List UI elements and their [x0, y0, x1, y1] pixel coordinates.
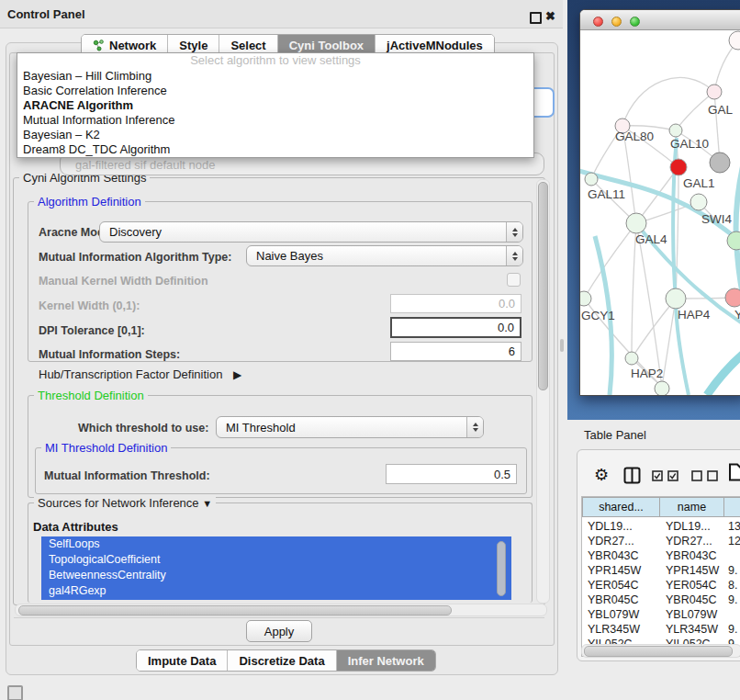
dpi-tolerance-field[interactable]: 0.0: [390, 317, 521, 338]
tab-discretize-data-label: Discretize Data: [239, 654, 324, 668]
network-view-window[interactable]: GAL GAL80 GAL10 GAL1 GAL11 SWI4 GAL4 GCY…: [579, 9, 740, 396]
node-red-selected[interactable]: [670, 159, 687, 175]
aracne-mode-combobox[interactable]: Discovery: [99, 221, 523, 243]
list-item[interactable]: SelfLoops: [41, 536, 511, 552]
node-gal4[interactable]: [626, 213, 646, 233]
tab-impute-data-label: Impute Data: [148, 654, 216, 668]
cell-name: YDL19...: [666, 519, 711, 534]
node[interactable]: [729, 31, 740, 50]
manual-kernel-checkbox[interactable]: [507, 273, 521, 287]
tab-network-label: Network: [109, 39, 156, 52]
node[interactable]: [655, 381, 669, 395]
table-row[interactable]: YBR045C YBR045C 9.: [582, 593, 740, 607]
mi-algorithm-type-label: Mutual Information Algorithm Type:: [39, 251, 231, 264]
column-header-shared-name[interactable]: shared...: [582, 497, 660, 517]
table-panel-title: Table Panel: [584, 428, 646, 442]
table-row[interactable]: YBL079W YBL079W: [582, 607, 740, 622]
tab-infer-network[interactable]: Infer Network: [337, 650, 435, 671]
dropdown-item[interactable]: Dream8 DC_TDC Algorithm: [17, 142, 533, 157]
node-gal1[interactable]: [690, 194, 707, 210]
aracne-mode-value: Discovery: [100, 225, 506, 239]
close-icon[interactable]: ✖: [545, 9, 555, 23]
dropdown-item[interactable]: Bayesian – Hill Climbing: [17, 69, 533, 84]
tab-impute-data[interactable]: Impute Data: [137, 650, 228, 671]
traffic-close-icon[interactable]: [593, 17, 603, 27]
dropdown-item[interactable]: Mutual Information Inference: [17, 113, 533, 128]
node-label: GCY1: [581, 309, 615, 322]
table-row[interactable]: YBR043C YBR043C: [582, 548, 740, 563]
which-threshold-combobox[interactable]: MI Threshold: [216, 416, 484, 438]
cell-shared-name: YPR145W: [588, 563, 641, 578]
node-gcy1[interactable]: [580, 291, 591, 306]
table-row[interactable]: YDL19... YDL19... 13: [582, 519, 740, 534]
table-hscrollbar-thumb[interactable]: [584, 646, 733, 657]
spinner-arrows-icon: [506, 246, 522, 265]
control-panel-title: Control Panel: [7, 7, 85, 21]
cell-value: 12: [728, 534, 740, 548]
table-row[interactable]: YDR27... YDR27... 12: [582, 534, 740, 548]
traffic-zoom-icon[interactable]: [630, 17, 640, 27]
settings-hscrollbar-thumb[interactable]: [18, 605, 452, 615]
cell-shared-name: YER054C: [588, 578, 639, 593]
expand-right-icon[interactable]: ▶: [233, 368, 241, 381]
mi-threshold-field[interactable]: 0.5: [386, 464, 517, 484]
spinner-arrows-icon: [506, 222, 522, 242]
network-canvas[interactable]: GAL GAL80 GAL10 GAL1 GAL11 SWI4 GAL4 GCY…: [580, 29, 740, 395]
node-hap2[interactable]: [625, 352, 638, 365]
list-item[interactable]: BetweennessCentrality: [41, 568, 511, 583]
hub-definition-section[interactable]: Hub/Transcription Factor Definition ▶: [39, 367, 241, 381]
node-gal10[interactable]: [669, 124, 682, 137]
mi-steps-field[interactable]: 6: [390, 342, 521, 361]
dropdown-item[interactable]: Basic Correlation Inference: [17, 84, 533, 98]
node-gal11[interactable]: [585, 173, 598, 186]
attribute-table[interactable]: shared... name A YDL19... YDL19... 13 YD…: [581, 496, 740, 657]
network-window-titlebar[interactable]: [580, 10, 740, 30]
gear-icon[interactable]: ⚙: [594, 465, 609, 485]
settings-scrollbar[interactable]: [536, 179, 550, 604]
deselect-all-icon[interactable]: [691, 470, 721, 481]
list-item[interactable]: TopologicalCoefficient: [41, 552, 511, 568]
cell-value: 9.: [728, 593, 737, 607]
settings-scrollbar-thumb[interactable]: [538, 182, 548, 390]
settings-hscrollbar[interactable]: [15, 604, 547, 616]
table-hscrollbar[interactable]: [581, 644, 740, 658]
table-row[interactable]: YER054C YER054C 8.: [582, 578, 740, 593]
node-label: SWI4: [701, 212, 732, 226]
cell-name: YLR345W: [666, 622, 718, 637]
algorithm-definition-title: Algorithm Definition: [34, 195, 145, 209]
table-row[interactable]: YLR345W YLR345W 9.: [582, 622, 740, 637]
app-screen: Control Panel ✖ Network Style Select Cyn…: [0, 0, 740, 700]
node-label: HAP2: [631, 367, 663, 380]
select-all-icon[interactable]: [652, 470, 681, 481]
restore-panel-icon[interactable]: [7, 685, 23, 700]
tab-infer-network-label: Infer Network: [348, 654, 424, 668]
column-view-icon[interactable]: [623, 467, 641, 484]
node-gal7[interactable]: [707, 85, 722, 99]
list-scrollbar-thumb[interactable]: [497, 541, 506, 596]
tab-discretize-data[interactable]: Discretize Data: [228, 650, 336, 671]
node-gray[interactable]: [710, 152, 730, 173]
cell-shared-name: YBR045C: [588, 593, 639, 607]
node-hap4[interactable]: [666, 288, 686, 309]
file-icon[interactable]: [728, 463, 740, 481]
dropdown-item[interactable]: Bayesian – K2: [17, 128, 533, 142]
float-window-icon[interactable]: [530, 12, 542, 24]
mi-algorithm-type-combobox[interactable]: Naive Bayes: [246, 245, 523, 266]
cell-name: YBR043C: [666, 548, 717, 563]
data-attributes-list[interactable]: SelfLoops TopologicalCoefficient Between…: [41, 536, 511, 600]
dropdown-item-selected[interactable]: ARACNE Algorithm: [17, 98, 533, 113]
traffic-minimize-icon[interactable]: [611, 17, 622, 27]
apply-button[interactable]: Apply: [246, 620, 312, 642]
table-row[interactable]: YPR145W YPR145W 9.: [582, 563, 740, 578]
tab-style-label: Style: [179, 39, 207, 52]
collapse-down-icon[interactable]: ▼: [202, 498, 212, 509]
cell-value: 9.: [728, 622, 737, 637]
cell-shared-name: YBL079W: [588, 607, 639, 622]
list-item[interactable]: gal4RGexp: [41, 583, 511, 599]
split-pane-handle[interactable]: [560, 339, 564, 352]
node-pink[interactable]: [725, 288, 740, 307]
column-header-name[interactable]: name: [660, 497, 724, 517]
algorithm-dropdown-popup: Select algorithm to view settings Bayesi…: [17, 52, 534, 158]
column-header-partial[interactable]: A: [724, 497, 740, 517]
cell-shared-name: YDR27...: [588, 534, 634, 548]
